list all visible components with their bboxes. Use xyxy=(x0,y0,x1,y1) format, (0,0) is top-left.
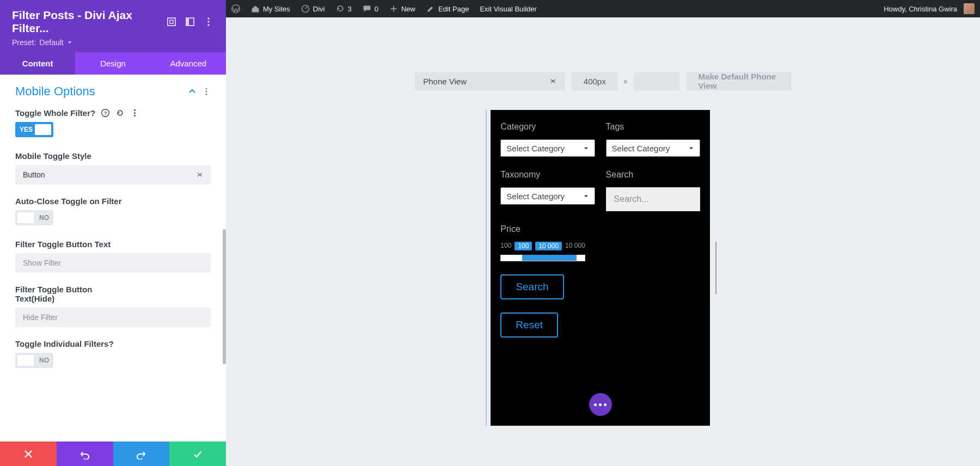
filter-toggle-text-input[interactable]: Show Filter xyxy=(15,253,211,273)
slider-min-handle[interactable]: 100 xyxy=(514,242,532,250)
svg-point-8 xyxy=(205,88,207,89)
settings-body: Mobile Options Toggle Whole Filter? ? YE… xyxy=(0,75,226,442)
settings-action-bar xyxy=(0,442,226,466)
refresh-icon xyxy=(336,4,345,13)
tab-content[interactable]: Content xyxy=(0,52,75,75)
select-caret-icon xyxy=(197,171,203,178)
new-content-link[interactable]: New xyxy=(384,4,421,13)
save-button[interactable] xyxy=(169,442,226,466)
slider-track[interactable] xyxy=(500,255,585,261)
more-vertical-icon[interactable] xyxy=(202,87,211,96)
settings-header: Filter Posts - Divi Ajax Filter... Prese… xyxy=(0,0,226,52)
wordpress-icon xyxy=(231,4,240,13)
category-select[interactable]: Select Category xyxy=(500,139,595,157)
updates-link[interactable]: 3 xyxy=(330,4,357,13)
search-button[interactable]: Search xyxy=(500,274,564,299)
make-default-view-button[interactable]: Make Default Phone View xyxy=(687,72,792,90)
close-icon xyxy=(23,449,34,459)
mobile-toggle-style-select[interactable]: Button xyxy=(15,165,211,185)
auto-close-toggle[interactable]: NO xyxy=(15,210,53,225)
taxonomy-label: Taxonomy xyxy=(500,170,595,180)
search-input[interactable]: Search... xyxy=(606,187,700,211)
dock-icon[interactable] xyxy=(185,16,195,27)
plus-icon xyxy=(389,4,398,13)
tags-label: Tags xyxy=(606,122,700,132)
field-label-hide-text: Filter Toggle Button Text(Hide) xyxy=(15,285,108,303)
svg-rect-4 xyxy=(186,18,189,26)
tags-select[interactable]: Select Category xyxy=(606,139,700,157)
svg-point-5 xyxy=(207,17,210,20)
reset-button[interactable]: Reset xyxy=(500,312,558,338)
height-input[interactable] xyxy=(634,72,680,90)
redo-icon xyxy=(136,449,146,459)
svg-point-10 xyxy=(205,93,207,95)
svg-point-15 xyxy=(134,115,136,116)
undo-icon xyxy=(79,449,90,459)
check-icon xyxy=(192,449,203,459)
slider-min-limit: 100 xyxy=(500,242,511,250)
discard-button[interactable] xyxy=(0,442,57,466)
preset-selector[interactable]: Preset: Default xyxy=(12,38,214,47)
select-caret-icon xyxy=(550,78,556,84)
tab-advanced[interactable]: Advanced xyxy=(151,52,226,75)
dimension-separator: × xyxy=(623,77,628,86)
price-label: Price xyxy=(500,224,700,234)
settings-tabs: Content Design Advanced xyxy=(0,52,226,75)
svg-point-7 xyxy=(207,24,210,26)
svg-point-14 xyxy=(134,112,136,114)
field-label-auto-close: Auto-Close Toggle on Filter xyxy=(15,197,122,206)
dashboard-icon xyxy=(301,4,310,13)
tab-design[interactable]: Design xyxy=(75,52,150,75)
view-mode-select[interactable]: Phone View xyxy=(414,72,565,90)
home-icon xyxy=(251,4,260,13)
undo-button[interactable] xyxy=(57,442,113,466)
chevron-up-icon[interactable] xyxy=(188,87,197,96)
site-name-link[interactable]: Divi xyxy=(296,4,330,13)
exit-visual-builder-link[interactable]: Exit Visual Builder xyxy=(474,5,542,13)
builder-canvas: Phone View 400px × Make Default Phone Vi… xyxy=(226,17,980,466)
svg-point-13 xyxy=(134,109,136,111)
caret-down-icon xyxy=(688,145,694,151)
more-vertical-icon[interactable] xyxy=(130,108,139,118)
help-icon[interactable]: ? xyxy=(101,108,110,118)
resize-handle-right[interactable] xyxy=(714,110,721,426)
wp-admin-bar: My Sites Divi 3 0 New Edit Page Exit Vis… xyxy=(226,0,980,17)
field-label-mobile-style: Mobile Toggle Style xyxy=(15,151,91,161)
taxonomy-select[interactable]: Select Category xyxy=(500,187,595,205)
howdy-account[interactable]: Howdy, Christina Gwira xyxy=(878,3,980,14)
phone-preview: Category Select Category Tags Select Cat… xyxy=(491,110,709,426)
comments-link[interactable]: 0 xyxy=(357,4,384,13)
price-slider[interactable]: 100 100 10 000 10 000 xyxy=(500,242,585,261)
user-avatar xyxy=(964,3,975,14)
svg-point-9 xyxy=(205,90,207,92)
field-label-toggle-whole: Toggle Whole Filter? xyxy=(15,108,95,118)
field-label-show-text: Filter Toggle Button Text xyxy=(15,240,111,249)
slider-max-handle[interactable]: 10 000 xyxy=(535,242,562,250)
expand-icon[interactable] xyxy=(166,16,177,27)
slider-max-limit: 10 000 xyxy=(565,242,585,250)
module-options-fab[interactable] xyxy=(589,393,612,416)
caret-down-icon xyxy=(67,40,72,45)
svg-text:?: ? xyxy=(104,111,107,116)
module-title: Filter Posts - Divi Ajax Filter... xyxy=(12,9,158,35)
responsive-view-controls: Phone View 400px × Make Default Phone Vi… xyxy=(414,72,792,90)
width-input[interactable]: 400px xyxy=(572,72,618,90)
wp-logo[interactable] xyxy=(226,4,246,13)
resize-handle-left[interactable] xyxy=(486,110,490,426)
caret-down-icon xyxy=(583,145,589,151)
caret-down-icon xyxy=(583,193,589,199)
reset-icon[interactable] xyxy=(115,108,125,118)
comment-icon xyxy=(363,4,371,13)
edit-page-link[interactable]: Edit Page xyxy=(421,4,474,13)
section-title[interactable]: Mobile Options xyxy=(15,84,95,99)
field-label-toggle-individual: Toggle Individual Filters? xyxy=(15,339,114,348)
redo-button[interactable] xyxy=(113,442,170,466)
category-label: Category xyxy=(500,122,595,132)
toggle-whole-filter[interactable]: YES xyxy=(15,122,53,137)
filter-toggle-hide-text-input[interactable]: Hide Filter xyxy=(15,308,211,327)
svg-point-6 xyxy=(207,21,210,23)
more-vertical-icon[interactable] xyxy=(203,16,214,27)
my-sites-link[interactable]: My Sites xyxy=(246,4,296,13)
toggle-individual-filters[interactable]: NO xyxy=(15,353,53,368)
svg-rect-2 xyxy=(168,18,175,26)
